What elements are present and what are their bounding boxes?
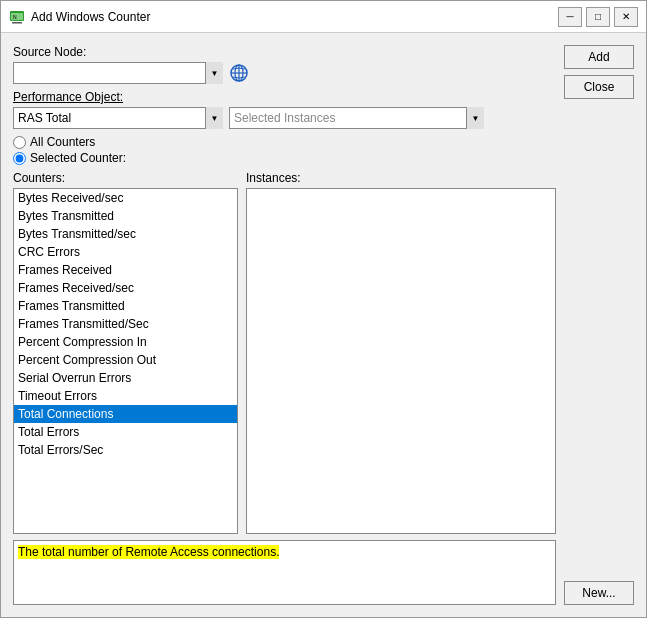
counter-item[interactable]: Frames Received	[14, 261, 237, 279]
new-button[interactable]: New...	[564, 581, 634, 605]
svg-rect-1	[12, 22, 22, 24]
globe-icon[interactable]	[229, 63, 249, 83]
perf-obj-dropdown-arrow[interactable]: ▼	[205, 107, 223, 129]
instances-dropdown-arrow[interactable]: ▼	[466, 107, 484, 129]
counter-item[interactable]: CRC Errors	[14, 243, 237, 261]
counter-item[interactable]: Percent Compression Out	[14, 351, 237, 369]
instances-label: Instances:	[246, 171, 556, 185]
counter-item[interactable]: Serial Overrun Errors	[14, 369, 237, 387]
counter-item[interactable]: Total Errors	[14, 423, 237, 441]
source-node-combo-wrapper: ▼	[13, 62, 223, 84]
selected-counter-radio-row[interactable]: Selected Counter:	[13, 151, 556, 165]
description-text: The total number of Remote Access connec…	[18, 545, 279, 559]
performance-object-section: Performance Object: ▼ ▼	[13, 90, 556, 129]
counter-item[interactable]: Percent Compression In	[14, 333, 237, 351]
counter-item[interactable]: Frames Transmitted	[14, 297, 237, 315]
window-title: Add Windows Counter	[31, 10, 558, 24]
perf-obj-row: ▼ ▼	[13, 107, 556, 129]
radio-group: All Counters Selected Counter:	[13, 135, 556, 165]
counter-item[interactable]: Bytes Transmitted/sec	[14, 225, 237, 243]
counter-item[interactable]: Total Connections	[14, 405, 237, 423]
counters-instances-area: Counters: Bytes Received/secBytes Transm…	[13, 171, 556, 534]
instances-list[interactable]	[246, 188, 556, 534]
all-counters-radio[interactable]	[13, 136, 26, 149]
source-node-row: ▼	[13, 62, 556, 84]
selected-counter-label: Selected Counter:	[30, 151, 126, 165]
instances-section: Instances:	[246, 171, 556, 534]
instances-combo-input[interactable]	[229, 107, 484, 129]
counters-section: Counters: Bytes Received/secBytes Transm…	[13, 171, 238, 534]
description-box: The total number of Remote Access connec…	[13, 540, 556, 605]
perf-obj-input[interactable]	[13, 107, 223, 129]
counter-item[interactable]: Bytes Transmitted	[14, 207, 237, 225]
counter-item[interactable]: Bytes Received/sec	[14, 189, 237, 207]
maximize-button[interactable]: □	[586, 7, 610, 27]
side-buttons: Add Close New...	[564, 45, 634, 605]
counters-list[interactable]: Bytes Received/secBytes TransmittedBytes…	[13, 188, 238, 534]
all-counters-radio-row[interactable]: All Counters	[13, 135, 556, 149]
add-button[interactable]: Add	[564, 45, 634, 69]
close-button-side[interactable]: Close	[564, 75, 634, 99]
title-bar: N Add Windows Counter ─ □ ✕	[1, 1, 646, 33]
counter-item[interactable]: Timeout Errors	[14, 387, 237, 405]
left-panel: Source Node: ▼	[13, 45, 556, 605]
svg-text:N: N	[13, 14, 17, 20]
add-windows-counter-window: N Add Windows Counter ─ □ ✕ Source Node:…	[0, 0, 647, 618]
counter-item[interactable]: Frames Transmitted/Sec	[14, 315, 237, 333]
source-node-label: Source Node:	[13, 45, 556, 59]
source-node-input[interactable]	[13, 62, 223, 84]
selected-counter-radio[interactable]	[13, 152, 26, 165]
minimize-button[interactable]: ─	[558, 7, 582, 27]
window-controls: ─ □ ✕	[558, 7, 638, 27]
main-content: Source Node: ▼	[1, 33, 646, 617]
close-button[interactable]: ✕	[614, 7, 638, 27]
counter-item[interactable]: Total Errors/Sec	[14, 441, 237, 459]
all-counters-label: All Counters	[30, 135, 95, 149]
counter-item[interactable]: Frames Received/sec	[14, 279, 237, 297]
counters-label: Counters:	[13, 171, 238, 185]
performance-object-label: Performance Object:	[13, 90, 556, 104]
instances-combo-wrapper: ▼	[229, 107, 484, 129]
source-node-section: Source Node: ▼	[13, 45, 556, 84]
app-icon: N	[9, 9, 25, 25]
source-node-dropdown-arrow[interactable]: ▼	[205, 62, 223, 84]
perf-obj-combo-wrapper: ▼	[13, 107, 223, 129]
main-layout: Source Node: ▼	[13, 45, 634, 605]
